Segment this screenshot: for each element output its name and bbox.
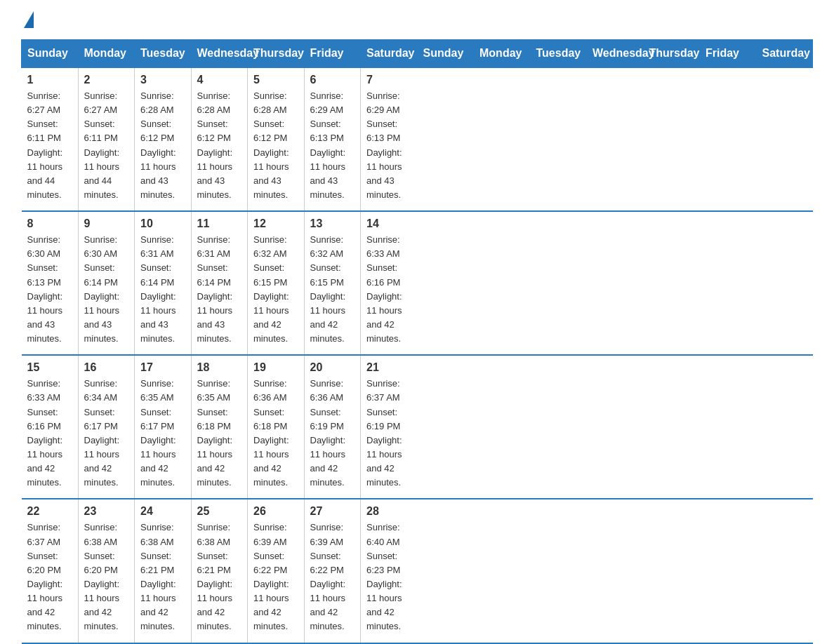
day-number: 13: [310, 217, 355, 230]
header-saturday: Saturday: [361, 40, 418, 68]
day-number: 25: [197, 505, 242, 518]
calendar-cell: 22Sunrise: 6:37 AMSunset: 6:20 PMDayligh…: [22, 499, 79, 643]
calendar-cell: 27Sunrise: 6:39 AMSunset: 6:22 PMDayligh…: [304, 499, 361, 643]
calendar-cell: 10Sunrise: 6:31 AMSunset: 6:14 PMDayligh…: [135, 211, 192, 355]
calendar-week-1: 1Sunrise: 6:27 AMSunset: 6:11 PMDaylight…: [22, 67, 813, 211]
day-info: Sunrise: 6:30 AMSunset: 6:14 PMDaylight:…: [84, 233, 129, 346]
column-header-tuesday: Tuesday: [530, 40, 587, 68]
day-number: 4: [197, 74, 242, 86]
column-header-thursday: Thursday: [643, 40, 700, 68]
day-info: Sunrise: 6:27 AMSunset: 6:11 PMDaylight:…: [84, 89, 129, 202]
day-info: Sunrise: 6:28 AMSunset: 6:12 PMDaylight:…: [140, 89, 185, 202]
calendar-cell: 11Sunrise: 6:31 AMSunset: 6:14 PMDayligh…: [191, 211, 248, 355]
day-number: 22: [27, 505, 72, 518]
calendar-cell: 9Sunrise: 6:30 AMSunset: 6:14 PMDaylight…: [78, 211, 135, 355]
day-number: 11: [197, 217, 242, 230]
day-info: Sunrise: 6:37 AMSunset: 6:20 PMDaylight:…: [27, 521, 72, 633]
calendar-cell: 8Sunrise: 6:30 AMSunset: 6:13 PMDaylight…: [22, 211, 79, 355]
day-info: Sunrise: 6:34 AMSunset: 6:17 PMDaylight:…: [84, 377, 129, 490]
calendar-cell: 26Sunrise: 6:39 AMSunset: 6:22 PMDayligh…: [248, 499, 305, 643]
day-info: Sunrise: 6:29 AMSunset: 6:13 PMDaylight:…: [366, 89, 411, 202]
header-thursday: Thursday: [248, 40, 305, 68]
calendar-cell: 7Sunrise: 6:29 AMSunset: 6:13 PMDaylight…: [361, 67, 418, 211]
day-info: Sunrise: 6:32 AMSunset: 6:15 PMDaylight:…: [253, 233, 298, 346]
day-number: 9: [84, 217, 129, 230]
logo-triangle-icon: [24, 11, 34, 28]
calendar-cell: 6Sunrise: 6:29 AMSunset: 6:13 PMDaylight…: [304, 67, 361, 211]
day-info: Sunrise: 6:36 AMSunset: 6:18 PMDaylight:…: [253, 377, 298, 490]
calendar-cell: 25Sunrise: 6:38 AMSunset: 6:21 PMDayligh…: [191, 499, 248, 643]
page-header: [21, 14, 813, 25]
day-number: 19: [253, 361, 298, 374]
day-info: Sunrise: 6:37 AMSunset: 6:19 PMDaylight:…: [366, 377, 411, 490]
calendar-header-row: SundayMondayTuesdayWednesdayThursdayFrid…: [22, 40, 813, 68]
day-info: Sunrise: 6:35 AMSunset: 6:17 PMDaylight:…: [140, 377, 185, 490]
calendar-cell: 3Sunrise: 6:28 AMSunset: 6:12 PMDaylight…: [135, 67, 192, 211]
day-info: Sunrise: 6:33 AMSunset: 6:16 PMDaylight:…: [366, 233, 411, 346]
day-number: 8: [27, 217, 72, 230]
day-info: Sunrise: 6:35 AMSunset: 6:18 PMDaylight:…: [197, 377, 242, 490]
day-info: Sunrise: 6:31 AMSunset: 6:14 PMDaylight:…: [140, 233, 185, 346]
column-header-monday: Monday: [474, 40, 531, 68]
day-info: Sunrise: 6:30 AMSunset: 6:13 PMDaylight:…: [27, 233, 72, 346]
calendar-cell: 18Sunrise: 6:35 AMSunset: 6:18 PMDayligh…: [191, 355, 248, 499]
day-info: Sunrise: 6:31 AMSunset: 6:14 PMDaylight:…: [197, 233, 242, 346]
column-header-wednesday: Wednesday: [587, 40, 644, 68]
day-number: 5: [253, 74, 298, 86]
header-wednesday: Wednesday: [191, 40, 248, 68]
day-number: 28: [366, 505, 411, 518]
calendar-cell: 14Sunrise: 6:33 AMSunset: 6:16 PMDayligh…: [361, 211, 418, 355]
calendar-cell: 16Sunrise: 6:34 AMSunset: 6:17 PMDayligh…: [78, 355, 135, 499]
calendar-week-3: 15Sunrise: 6:33 AMSunset: 6:16 PMDayligh…: [22, 355, 813, 499]
calendar-cell: 5Sunrise: 6:28 AMSunset: 6:12 PMDaylight…: [248, 67, 305, 211]
calendar-cell: 21Sunrise: 6:37 AMSunset: 6:19 PMDayligh…: [361, 355, 418, 499]
day-number: 23: [84, 505, 129, 518]
calendar-cell: 19Sunrise: 6:36 AMSunset: 6:18 PMDayligh…: [248, 355, 305, 499]
day-info: Sunrise: 6:32 AMSunset: 6:15 PMDaylight:…: [310, 233, 355, 346]
day-number: 24: [140, 505, 185, 518]
day-number: 12: [253, 217, 298, 230]
calendar-table: SundayMondayTuesdayWednesdayThursdayFrid…: [21, 39, 813, 644]
column-header-sunday: Sunday: [417, 40, 474, 68]
day-number: 21: [366, 361, 411, 374]
header-friday: Friday: [304, 40, 361, 68]
day-info: Sunrise: 6:38 AMSunset: 6:21 PMDaylight:…: [197, 521, 242, 633]
calendar-cell: 28Sunrise: 6:40 AMSunset: 6:23 PMDayligh…: [361, 499, 418, 643]
day-info: Sunrise: 6:39 AMSunset: 6:22 PMDaylight:…: [310, 521, 355, 633]
day-number: 2: [84, 74, 129, 86]
day-info: Sunrise: 6:28 AMSunset: 6:12 PMDaylight:…: [253, 89, 298, 202]
day-info: Sunrise: 6:27 AMSunset: 6:11 PMDaylight:…: [27, 89, 72, 202]
header-tuesday: Tuesday: [135, 40, 192, 68]
day-info: Sunrise: 6:38 AMSunset: 6:20 PMDaylight:…: [84, 521, 129, 633]
column-header-saturday: Saturday: [756, 40, 813, 68]
calendar-cell: 1Sunrise: 6:27 AMSunset: 6:11 PMDaylight…: [22, 67, 79, 211]
day-number: 3: [140, 74, 185, 86]
day-info: Sunrise: 6:33 AMSunset: 6:16 PMDaylight:…: [27, 377, 72, 490]
day-number: 15: [27, 361, 72, 374]
day-info: Sunrise: 6:39 AMSunset: 6:22 PMDaylight:…: [253, 521, 298, 633]
calendar-cell: 24Sunrise: 6:38 AMSunset: 6:21 PMDayligh…: [135, 499, 192, 643]
calendar-cell: 13Sunrise: 6:32 AMSunset: 6:15 PMDayligh…: [304, 211, 361, 355]
calendar-cell: 20Sunrise: 6:36 AMSunset: 6:19 PMDayligh…: [304, 355, 361, 499]
day-number: 20: [310, 361, 355, 374]
day-number: 27: [310, 505, 355, 518]
day-info: Sunrise: 6:36 AMSunset: 6:19 PMDaylight:…: [310, 377, 355, 490]
calendar-week-2: 8Sunrise: 6:30 AMSunset: 6:13 PMDaylight…: [22, 211, 813, 355]
calendar-cell: 15Sunrise: 6:33 AMSunset: 6:16 PMDayligh…: [22, 355, 79, 499]
day-number: 18: [197, 361, 242, 374]
day-info: Sunrise: 6:28 AMSunset: 6:12 PMDaylight:…: [197, 89, 242, 202]
day-number: 7: [366, 74, 411, 86]
day-info: Sunrise: 6:29 AMSunset: 6:13 PMDaylight:…: [310, 89, 355, 202]
day-number: 6: [310, 74, 355, 86]
calendar-cell: 12Sunrise: 6:32 AMSunset: 6:15 PMDayligh…: [248, 211, 305, 355]
column-header-friday: Friday: [700, 40, 757, 68]
calendar-cell: 2Sunrise: 6:27 AMSunset: 6:11 PMDaylight…: [78, 67, 135, 211]
day-info: Sunrise: 6:38 AMSunset: 6:21 PMDaylight:…: [140, 521, 185, 633]
calendar-cell: 4Sunrise: 6:28 AMSunset: 6:12 PMDaylight…: [191, 67, 248, 211]
day-number: 1: [27, 74, 72, 86]
day-number: 16: [84, 361, 129, 374]
day-number: 26: [253, 505, 298, 518]
logo: [21, 14, 34, 25]
header-sunday: Sunday: [22, 40, 79, 68]
day-number: 17: [140, 361, 185, 374]
